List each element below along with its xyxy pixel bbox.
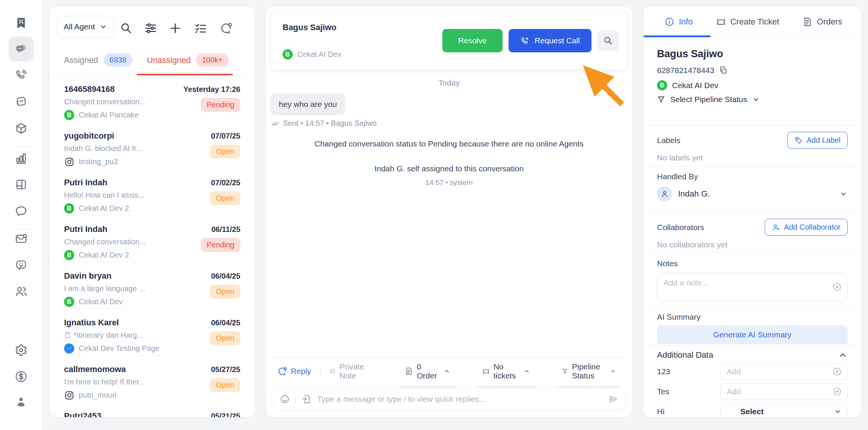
pipeline-status-select[interactable]: Select Pipeline Status bbox=[657, 95, 848, 104]
chevron-down-icon bbox=[99, 23, 107, 31]
order-dropdown[interactable]: 0 Order bbox=[399, 360, 456, 387]
chat-search-button[interactable] bbox=[598, 30, 619, 51]
conversation-row[interactable]: Davin bryan I am a large language ... B … bbox=[50, 262, 255, 309]
conversation-list: 16465894168 Changed conversation... B Ce… bbox=[50, 75, 255, 417]
conversation-row[interactable]: Putri2453 puputriindaht@gmail... B 05/21… bbox=[50, 402, 255, 417]
handled-by-select[interactable]: Indah G. bbox=[657, 186, 848, 201]
add-label-button[interactable]: Add Label bbox=[787, 132, 848, 149]
quick-reply-file-icon[interactable] bbox=[301, 394, 311, 404]
resolve-label: Resolve bbox=[458, 36, 487, 45]
conversation-row[interactable]: yugobitcorpi Indah G. blocked AI fr... B… bbox=[50, 122, 255, 169]
conversation-row[interactable]: Ignatius Karel 🗒 *Itinerary dan Harg... … bbox=[50, 309, 255, 355]
add-collaborator-button[interactable]: Add Collaborator bbox=[765, 219, 848, 236]
chat-contact-name: Bagus Sajiwo bbox=[283, 23, 336, 32]
rail-comments-icon[interactable] bbox=[15, 204, 28, 217]
ai-summary-section: AI Summary Generate AI Summary bbox=[643, 307, 861, 346]
add-label-text: Add Label bbox=[807, 136, 840, 145]
add-note-icon[interactable] bbox=[832, 282, 842, 292]
filter-sliders-icon[interactable] bbox=[144, 22, 157, 35]
message-status-text: Sent • 14:57 • Bagus Sajiwo bbox=[283, 119, 377, 128]
chevron-up-icon bbox=[610, 367, 616, 375]
tab-info[interactable]: Info bbox=[665, 17, 693, 27]
rail-knowledge-base-icon[interactable] bbox=[15, 178, 28, 191]
list-tabs: Assigned 6938 Unassigned 100k+ bbox=[50, 49, 255, 75]
add-value-icon[interactable] bbox=[832, 367, 842, 377]
tab-assigned[interactable]: Assigned 6938 bbox=[64, 53, 132, 67]
composer-toolbar: Reply Private Note 0 Order No tickets Pi… bbox=[271, 358, 627, 384]
status-badge: Pending bbox=[201, 238, 240, 252]
agent-filter-select[interactable]: All Agent bbox=[57, 16, 114, 38]
info-tabs: Info Create Ticket Orders bbox=[643, 7, 861, 37]
message-input[interactable] bbox=[317, 395, 608, 404]
conversation-time: 06/04/25 bbox=[211, 319, 240, 327]
generate-ai-summary-button[interactable]: Generate AI Summary bbox=[657, 325, 848, 344]
status-badge: Open bbox=[210, 191, 240, 205]
tab-orders-label: Orders bbox=[817, 17, 842, 27]
tab-create-ticket[interactable]: Create Ticket bbox=[716, 17, 779, 27]
emoji-icon[interactable] bbox=[280, 394, 290, 404]
conversation-row[interactable]: Putri Indah Changed conversation... B Ce… bbox=[50, 215, 255, 262]
channel-name: Cekat AI Dev bbox=[79, 297, 123, 306]
channel-name: Cekat AI Pancake bbox=[79, 111, 139, 119]
incoming-message-bubble[interactable]: hey who are you bbox=[270, 93, 345, 115]
tab-assigned-count: 6938 bbox=[104, 53, 133, 67]
agent-filter-value: All Agent bbox=[64, 22, 95, 31]
field-select[interactable]: Select bbox=[720, 403, 848, 417]
rail-quick-replies-icon[interactable] bbox=[15, 95, 28, 108]
field-select-value: Select bbox=[721, 407, 834, 416]
request-call-label: Request Call bbox=[535, 36, 580, 45]
conversation-row[interactable]: Putri Indah Hello! How can I assis... B … bbox=[50, 169, 255, 215]
tickets-dropdown[interactable]: No tickets bbox=[477, 360, 536, 387]
copy-icon[interactable] bbox=[719, 66, 727, 75]
order-label: 0 Order bbox=[417, 362, 440, 380]
rail-inbox-chats-icon[interactable] bbox=[9, 37, 34, 61]
chat-panel: Bagus Sajiwo B Cekat AI Dev Resolve Requ… bbox=[266, 7, 632, 417]
whatsapp-channel-icon: B bbox=[657, 80, 667, 90]
contact-name: Bagus Sajiwo bbox=[657, 48, 848, 60]
resolve-button[interactable]: Resolve bbox=[442, 29, 503, 52]
rail-discount-ticket-icon[interactable] bbox=[15, 17, 28, 29]
rail-analytics-icon[interactable] bbox=[15, 152, 28, 165]
collapse-chevron-up-icon[interactable] bbox=[838, 350, 848, 360]
send-icon[interactable] bbox=[608, 394, 618, 404]
private-note-tab[interactable]: Private Note bbox=[329, 362, 368, 380]
person-add-icon bbox=[772, 223, 780, 232]
collaborators-empty-text: No collaborators yet bbox=[657, 240, 848, 249]
chevron-down-icon bbox=[752, 95, 760, 104]
rail-orders-box-icon[interactable] bbox=[15, 122, 28, 135]
rail-profile-avatar[interactable] bbox=[15, 396, 28, 409]
person-icon bbox=[660, 190, 669, 198]
ticket-icon bbox=[482, 366, 490, 376]
new-conversation-icon[interactable] bbox=[169, 22, 182, 35]
broadcast-chat-icon[interactable] bbox=[220, 22, 232, 35]
reply-tab[interactable]: Reply bbox=[277, 366, 311, 376]
tickets-label: No tickets bbox=[494, 362, 520, 380]
contact-phone-row: 6287821478443 bbox=[657, 66, 848, 75]
field-input[interactable] bbox=[721, 367, 847, 376]
tab-orders[interactable]: Orders bbox=[802, 17, 842, 27]
rail-chatbot-icon[interactable] bbox=[15, 259, 28, 271]
conversation-time: 06/04/25 bbox=[211, 272, 240, 281]
add-value-icon[interactable] bbox=[832, 387, 842, 396]
rail-calls-icon[interactable] bbox=[15, 69, 28, 82]
conversation-row[interactable]: callmemomowa I'm here to help! If ther..… bbox=[50, 355, 255, 402]
note-input[interactable] bbox=[657, 273, 847, 301]
field-label: 123 bbox=[657, 367, 720, 376]
rail-billing-icon[interactable] bbox=[15, 370, 28, 383]
conversation-row[interactable]: 16465894168 Changed conversation... B Ce… bbox=[50, 75, 255, 122]
field-input[interactable] bbox=[721, 387, 847, 396]
search-icon[interactable] bbox=[120, 22, 133, 35]
rail-email-icon[interactable] bbox=[15, 232, 28, 245]
bulk-select-icon[interactable] bbox=[194, 22, 207, 35]
channel-name: testing_pu3 bbox=[79, 157, 118, 166]
message-status-line: Sent • 14:57 • Bagus Sajiwo bbox=[271, 119, 377, 128]
rail-contacts-icon[interactable] bbox=[15, 285, 28, 298]
message-composer[interactable] bbox=[271, 388, 627, 410]
instagram-channel-icon bbox=[64, 390, 74, 400]
request-call-button[interactable]: Request Call bbox=[509, 29, 591, 52]
field-label: Tes bbox=[657, 387, 720, 396]
whatsapp-channel-icon: B bbox=[283, 49, 293, 59]
tab-unassigned[interactable]: Unassigned 100k+ bbox=[147, 53, 229, 67]
rail-settings-icon[interactable] bbox=[15, 344, 28, 357]
pipeline-status-dropdown[interactable]: Pipeline Status bbox=[556, 360, 621, 387]
